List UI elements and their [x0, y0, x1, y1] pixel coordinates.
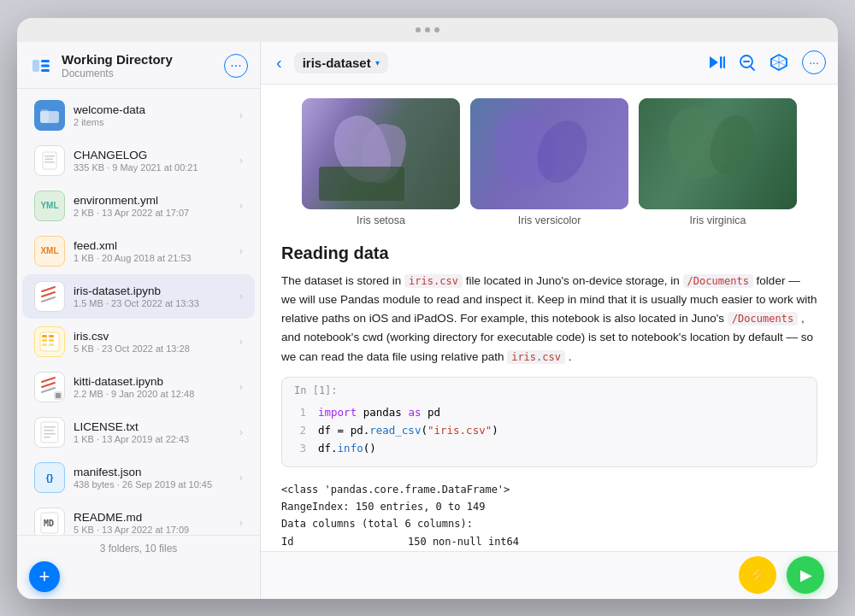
sidebar-item-changelog[interactable]: CHANGELOG 335 KB · 9 May 2021 at 00:21 › — [22, 138, 255, 183]
code-documents: /Documents — [683, 274, 753, 288]
main-panel: ‹ iris-dataset ▾ — [261, 42, 838, 599]
svg-line-23 — [42, 388, 55, 392]
code-content: df.info() — [318, 439, 376, 457]
notebook-title-pill[interactable]: iris-dataset ▾ — [294, 52, 388, 73]
file-name: welcome-data — [74, 103, 231, 116]
svg-text:MD: MD — [44, 519, 54, 528]
line-number: 2 — [294, 421, 306, 439]
app-window: Working Directory Documents ··· — [17, 18, 838, 599]
iris-setosa-image — [302, 98, 460, 209]
chevron-right-icon: › — [239, 335, 243, 348]
chevron-right-icon: › — [239, 380, 243, 393]
file-info: 1 KB · 20 Aug 2018 at 21:53 — [74, 253, 231, 263]
sidebar-item-iris-dataset-ipynb[interactable]: iris-dataset.ipynb 1.5 MB · 23 Oct 2022 … — [22, 274, 255, 319]
file-meta: LICENSE.txt 1 KB · 13 Apr 2019 at 22:43 — [74, 420, 231, 444]
file-name: CHANGELOG — [74, 149, 231, 161]
image-col-versicolor: Iris versicolor — [470, 98, 628, 226]
file-name: kitti-dataset.ipynb — [74, 375, 231, 388]
sidebar-toggle-button[interactable] — [29, 54, 53, 78]
svg-rect-17 — [42, 339, 47, 342]
svg-line-12 — [42, 292, 55, 296]
chevron-down-icon: ▾ — [375, 58, 380, 67]
svg-rect-19 — [42, 343, 47, 346]
code-iris-csv-2: iris.csv — [507, 350, 565, 364]
file-info: 1 KB · 13 Apr 2019 at 22:43 — [74, 434, 231, 444]
add-icon: + — [39, 566, 50, 588]
file-meta: kitti-dataset.ipynb 2.2 MB · 9 Jan 2020 … — [74, 375, 231, 399]
svg-rect-36 — [723, 56, 725, 68]
sidebar-list: welcome-data 2 items › — [17, 89, 260, 535]
panel-header: ‹ iris-dataset ▾ — [261, 42, 838, 85]
file-info: 5 KB · 23 Oct 2022 at 13:28 — [74, 343, 231, 354]
chevron-right-icon: › — [239, 154, 243, 167]
sidebar-footer: 3 folders, 10 files — [17, 535, 260, 561]
svg-line-11 — [42, 287, 55, 291]
dot-3 — [434, 27, 439, 32]
sidebar-more-button[interactable]: ··· — [224, 54, 248, 78]
image-col-virginica: Iris virginica — [639, 98, 797, 226]
chevron-right-icon: › — [239, 471, 243, 484]
file-info: 5 KB · 13 Apr 2022 at 17:09 — [74, 525, 231, 535]
file-meta: welcome-data 2 items — [74, 103, 231, 127]
file-meta: iris.csv 5 KB · 23 Oct 2022 at 13:28 — [74, 330, 231, 354]
sidebar-item-readme-md[interactable]: MD README.md 5 KB · 13 Apr 2022 at 17:09… — [22, 501, 255, 535]
sidebar-item-license-txt[interactable]: LICENSE.txt 1 KB · 13 Apr 2019 at 22:43 … — [22, 410, 255, 455]
cube-button[interactable] — [770, 53, 788, 72]
play-pause-button[interactable] — [706, 55, 725, 70]
svg-rect-24 — [56, 393, 61, 398]
output-line-1: <class 'pandas.core.frame.DataFrame'> — [281, 481, 817, 498]
image-col-setosa: Iris setosa — [302, 98, 460, 226]
md-file-icon: MD — [34, 507, 65, 535]
chevron-right-icon: › — [239, 425, 243, 438]
svg-line-13 — [42, 297, 55, 302]
file-meta: iris-dataset.ipynb 1.5 MB · 23 Oct 2022 … — [74, 285, 231, 308]
file-info: 2.2 MB · 9 Jan 2020 at 12:48 — [74, 389, 231, 399]
file-meta: README.md 5 KB · 13 Apr 2022 at 17:09 — [74, 511, 231, 535]
images-row: Iris setosa Iris versicolor — [281, 85, 817, 233]
file-name: feed.xml — [74, 239, 231, 252]
file-info: 438 bytes · 26 Sep 2019 at 10:45 — [74, 479, 231, 490]
xml-file-icon: XML — [34, 236, 65, 267]
sidebar-item-iris-csv[interactable]: iris.csv 5 KB · 23 Oct 2022 at 13:28 › — [22, 320, 255, 364]
sidebar-title: Working Directory — [62, 52, 173, 67]
sidebar-item-feed-xml[interactable]: XML feed.xml 1 KB · 20 Aug 2018 at 21:53… — [22, 229, 255, 273]
chevron-right-icon: › — [239, 199, 243, 212]
dot-2 — [425, 27, 430, 32]
svg-rect-25 — [41, 422, 58, 443]
svg-rect-28 — [44, 433, 56, 435]
file-meta: feed.xml 1 KB · 20 Aug 2018 at 21:53 — [74, 239, 231, 263]
sidebar-item-environment-yml[interactable]: YML environment.yml 2 KB · 13 Apr 2022 a… — [22, 184, 255, 228]
sidebar-subtitle: Documents — [62, 67, 173, 79]
code-iris-csv: iris.csv — [404, 274, 463, 288]
iris-virginica-image — [639, 98, 797, 209]
file-name: LICENSE.txt — [74, 420, 231, 433]
line-number: 3 — [294, 439, 306, 457]
svg-rect-26 — [44, 426, 56, 428]
sidebar-header-left: Working Directory Documents — [29, 52, 173, 79]
chevron-right-icon: › — [239, 516, 243, 529]
svg-line-21 — [42, 378, 55, 382]
iris-setosa-label: Iris setosa — [357, 214, 405, 226]
run-button[interactable]: ▶ — [787, 556, 824, 594]
svg-line-22 — [42, 383, 55, 387]
header-actions: ··· — [706, 50, 826, 74]
dot-1 — [416, 27, 421, 32]
sidebar-item-welcome-data[interactable]: welcome-data 2 items › — [22, 93, 255, 138]
back-button[interactable]: ‹ — [273, 50, 286, 76]
sidebar-item-kitti-dataset-ipynb[interactable]: kitti-dataset.ipynb 2.2 MB · 9 Jan 2020 … — [22, 365, 255, 409]
svg-marker-34 — [710, 56, 718, 68]
file-info: 2 KB · 13 Apr 2022 at 17:07 — [74, 208, 231, 218]
file-info: 2 items — [74, 117, 231, 127]
code-line-1: 1 import pandas as pd — [294, 403, 805, 421]
panel-more-button[interactable]: ··· — [802, 50, 826, 74]
section-heading: Reading data — [281, 243, 817, 263]
svg-rect-35 — [720, 56, 722, 68]
svg-rect-10 — [44, 161, 55, 163]
code-cell-label: In [1]: — [282, 378, 817, 398]
add-button[interactable]: + — [29, 561, 60, 592]
chevron-right-icon: › — [239, 244, 243, 257]
flash-button[interactable]: ⚡ — [739, 556, 776, 594]
sidebar-item-manifest-json[interactable]: {} manifest.json 438 bytes · 26 Sep 2019… — [22, 455, 255, 500]
zoom-out-button[interactable] — [739, 54, 756, 71]
file-name: environment.yml — [74, 194, 231, 207]
